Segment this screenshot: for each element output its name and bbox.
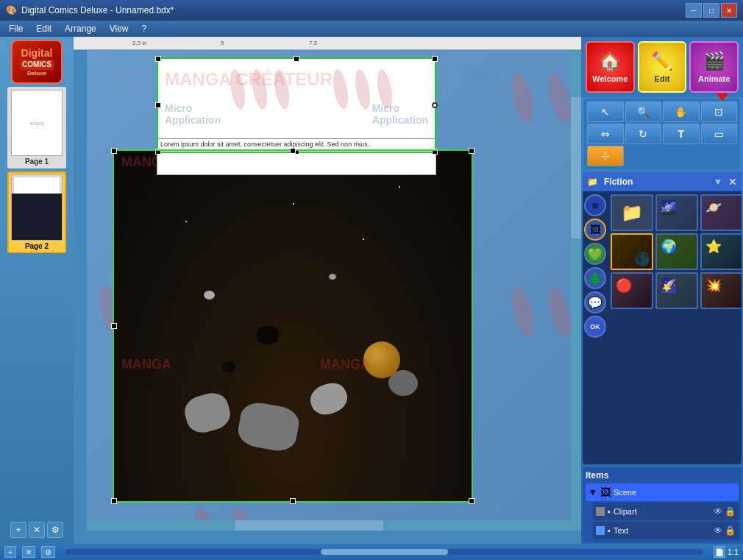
welcome-button[interactable]: 🏠 Welcome (586, 41, 635, 93)
text-color-box (596, 526, 605, 535)
close-button[interactable]: ✕ (721, 3, 737, 18)
lib-item-6[interactable]: 🌠 (655, 272, 698, 309)
page-thumb-2[interactable]: Page 2 (7, 171, 66, 253)
scene-label: Scene (614, 488, 736, 497)
page-thumb-1-img: empty (11, 90, 63, 156)
clipart-row[interactable]: ▪ Clipart 👁 🔒 (593, 503, 739, 520)
lib-cat-photo[interactable]: 🖼 (584, 219, 606, 241)
items-panel: Items ▼ 🖼 Scene ▪ Clipart 👁 🔒 (583, 467, 742, 542)
lib-cat-ok[interactable]: OK (584, 316, 606, 338)
edit-label: Edit (655, 74, 670, 83)
text-tool[interactable]: T (663, 124, 700, 144)
library-categories: ⊞ 🖼 💚 🌲 💬 OK (583, 191, 608, 464)
status-delete-button[interactable]: ✕ (22, 546, 35, 558)
text-layer-actions: 👁 🔒 (714, 525, 736, 536)
lib-item-7[interactable]: 💥 (700, 272, 742, 309)
lib-cat-color[interactable]: 💚 (584, 243, 606, 265)
clipart-thumb: ▪ (608, 507, 611, 516)
cursor-tool[interactable]: ⊹ (587, 146, 624, 166)
menubar: File Edit Arrange View ? (0, 21, 743, 37)
status-settings-button[interactable]: ⚙ (41, 546, 55, 558)
library-grid: 📁 🌌 🪐 🌑 (608, 191, 742, 464)
page-white-section: MANGA CRÉATEUR MicroApplication MicroApp… (157, 57, 436, 175)
titlebar-title: Digital Comics Deluxe - Unnamed.bdx* (21, 5, 174, 15)
lib-item-folder[interactable]: 📁 (611, 194, 653, 231)
hand-tool[interactable]: ✋ (663, 102, 700, 122)
titlebar: 🎨 Digital Comics Deluxe - Unnamed.bdx* ─… (0, 0, 743, 21)
library-close-button[interactable]: ✕ (728, 176, 737, 188)
select-tool[interactable]: ↖ (587, 102, 624, 122)
vertical-scrollbar[interactable] (571, 50, 581, 520)
ruler-mark-1: 2.5 in (132, 40, 147, 46)
page-thumb-1[interactable]: empty Page 1 (7, 87, 66, 169)
page-2-label: Page 2 (25, 242, 49, 250)
menu-file[interactable]: File (3, 22, 29, 35)
clipart-visibility-icon[interactable]: 👁 (714, 506, 722, 517)
menu-help[interactable]: ? (136, 22, 153, 35)
text-visibility-icon[interactable]: 👁 (714, 525, 722, 536)
right-panel: 🏠 Welcome ✏️ Edit 🎬 Animate ↖ 🔍 ✋ ⊡ ⇔ ↻ … (581, 37, 743, 544)
status-add-button[interactable]: + (4, 546, 16, 558)
menu-arrange[interactable]: Arrange (59, 22, 102, 35)
edit-button[interactable]: ✏️ Edit (638, 41, 687, 93)
zoom-controls: 📄 1:1 (714, 546, 739, 558)
clipart-lock-icon[interactable]: 🔒 (725, 506, 736, 517)
scene-row[interactable]: ▼ 🖼 Scene (586, 483, 739, 501)
titlebar-buttons: ─ □ ✕ (686, 3, 737, 18)
lib-item-selected[interactable]: 🌑 (611, 233, 653, 270)
ruler-mark-2: 5 (221, 40, 224, 46)
page-1-label: Page 1 (25, 157, 49, 166)
crop-tool[interactable]: ⊡ (701, 102, 738, 122)
library-body: ⊞ 🖼 💚 🌲 💬 OK 📁 🌌 (583, 191, 742, 464)
lib-cat-tree[interactable]: 🌲 (584, 267, 606, 289)
rect-tool[interactable]: ▭ (701, 124, 738, 144)
delete-page-button[interactable]: ✕ (29, 522, 45, 538)
horizontal-scrollbar[interactable] (87, 520, 581, 531)
lib-item-1[interactable]: 🌌 (655, 194, 698, 231)
library-dropdown-arrow[interactable]: ▼ (714, 177, 722, 187)
canvas-scroll-area[interactable]: 3.5 7.5 10 (87, 50, 581, 531)
clipart-label: Clipart (614, 507, 714, 516)
menu-view[interactable]: View (104, 22, 135, 35)
animate-button[interactable]: 🎬 Animate (689, 41, 739, 93)
minimize-button[interactable]: ─ (686, 3, 702, 18)
maximize-button[interactable]: □ (703, 3, 719, 18)
animate-label: Animate (698, 74, 730, 83)
canvas-area[interactable]: 2.5 in 5 7.5 3.5 7.5 10 (74, 37, 581, 544)
welcome-label: Welcome (592, 74, 628, 83)
arrow-indicator (717, 93, 728, 101)
pages-bottom: + ✕ ⚙ (7, 519, 66, 541)
library-panel: 📁 Fiction ▼ ✕ ⊞ 🖼 💚 🌲 💬 OK 📁 (583, 172, 742, 464)
lib-item-2[interactable]: 🪐 (700, 194, 742, 231)
app-icon: 🎨 (6, 5, 17, 15)
clipart-actions: 👁 🔒 (714, 506, 736, 517)
horizontal-scroll-track[interactable] (65, 549, 703, 555)
library-title: Fiction (604, 177, 711, 187)
lib-cat-bubble[interactable]: 💬 (584, 291, 606, 313)
lib-item-3[interactable]: 🌍 (655, 233, 698, 270)
lib-cat-grid[interactable]: ⊞ (584, 194, 606, 216)
text-layer-row[interactable]: ▪ Text 👁 🔒 (593, 522, 739, 539)
main-layout: Digital COMICS Deluxe empty Page 1 Pa (0, 37, 743, 544)
text-box-content: Lorem ipsum dolor sit amet, consectetuer… (160, 141, 369, 148)
ruler-mark-3: 7.5 (309, 40, 317, 46)
page-indicator[interactable]: 📄 (714, 546, 725, 558)
flip-tool[interactable]: ⇔ (587, 124, 624, 144)
rotate-tool[interactable]: ↻ (625, 124, 662, 144)
statusbar: + ✕ ⚙ 📄 1:1 (0, 544, 743, 560)
text-layer-label: Text (614, 526, 714, 535)
tools-panel: ↖ 🔍 ✋ ⊡ ⇔ ↻ T ▭ ⊹ (584, 99, 740, 169)
lib-item-5[interactable]: 🔴 (611, 272, 653, 309)
text-box[interactable]: Lorem ipsum dolor sit amet, consectetuer… (157, 138, 436, 153)
add-page-button[interactable]: + (10, 522, 26, 538)
menu-edit[interactable]: Edit (30, 22, 57, 35)
page-thumb-2-img (11, 174, 63, 241)
zoom-level: 1:1 (728, 547, 739, 556)
zoom-tool[interactable]: 🔍 (625, 102, 662, 122)
page-settings-button[interactable]: ⚙ (47, 522, 63, 538)
lib-item-4[interactable]: ⭐ (700, 233, 742, 270)
scroll-thumb[interactable] (321, 549, 448, 555)
text-lock-icon[interactable]: 🔒 (725, 525, 736, 536)
top-buttons: 🏠 Welcome ✏️ Edit 🎬 Animate (581, 37, 743, 97)
ruler-top: 2.5 in 5 7.5 (74, 37, 581, 50)
